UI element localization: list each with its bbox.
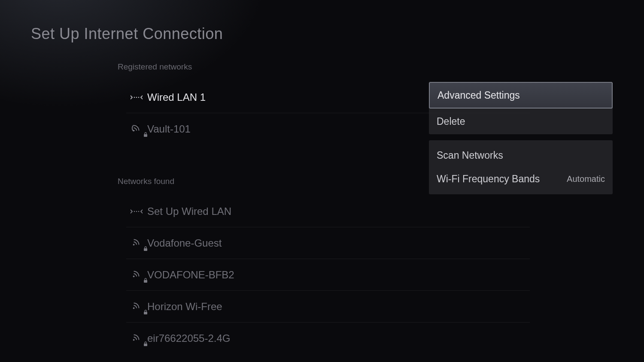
context-menu: Advanced Settings Delete Scan Networks W… (429, 82, 613, 200)
network-label: Vodafone-Guest (147, 237, 222, 249)
wired-icon (126, 208, 147, 215)
lock-icon (143, 246, 148, 251)
menu-item-label: Delete (437, 116, 465, 127)
network-item-vodafone-guest[interactable]: Vodafone-Guest (126, 227, 530, 259)
wired-icon (126, 94, 147, 101)
svg-point-14 (133, 339, 135, 341)
svg-point-12 (133, 307, 135, 309)
menu-item-delete[interactable]: Delete (429, 109, 613, 134)
svg-point-2 (138, 97, 140, 98)
svg-point-8 (133, 244, 135, 245)
lock-icon (143, 278, 148, 283)
network-item-eir76622055[interactable]: eir76622055-2.4G (126, 323, 530, 354)
svg-point-1 (136, 97, 137, 98)
menu-item-scan-networks[interactable]: Scan Networks (429, 144, 613, 167)
svg-rect-9 (144, 248, 147, 251)
svg-rect-15 (144, 344, 147, 346)
context-menu-group-2: Scan Networks Wi-Fi Frequency Bands Auto… (429, 140, 613, 194)
network-label: Vault-101 (147, 123, 191, 135)
page-title: Set Up Internet Connection (31, 25, 223, 43)
network-label: Horizon Wi-Free (147, 301, 222, 313)
menu-item-label: Advanced Settings (437, 90, 520, 101)
network-label: Set Up Wired LAN (147, 205, 231, 217)
registered-networks-label: Registered networks (118, 62, 192, 72)
network-item-vodafone-bfb2[interactable]: VODAFONE-BFB2 (126, 259, 530, 291)
svg-rect-11 (144, 280, 147, 283)
menu-item-wifi-frequency-bands[interactable]: Wi-Fi Frequency Bands Automatic (429, 167, 613, 191)
lock-icon (143, 310, 148, 315)
networks-found-label: Networks found (118, 177, 174, 186)
svg-point-10 (133, 275, 135, 277)
network-item-horizon-wifree[interactable]: Horizon Wi-Free (126, 291, 530, 323)
wifi-icon (126, 238, 147, 248)
menu-item-value: Automatic (567, 174, 605, 184)
wifi-icon (126, 302, 147, 311)
lock-icon (143, 132, 148, 137)
svg-point-3 (133, 130, 135, 132)
wifi-icon (126, 334, 147, 343)
context-menu-group-1: Advanced Settings Delete (429, 82, 613, 134)
svg-point-7 (138, 211, 140, 212)
svg-point-0 (134, 97, 135, 98)
networks-found-list: Set Up Wired LAN Vodafone-Guest (126, 196, 530, 354)
network-label: eir76622055-2.4G (147, 332, 230, 344)
menu-item-advanced-settings[interactable]: Advanced Settings (429, 82, 613, 109)
svg-point-5 (134, 211, 135, 212)
wifi-icon (126, 124, 147, 134)
svg-point-6 (136, 211, 137, 212)
network-label: VODAFONE-BFB2 (147, 269, 234, 281)
network-item-setup-wired-lan[interactable]: Set Up Wired LAN (126, 196, 530, 227)
svg-rect-13 (144, 312, 147, 314)
lock-icon (143, 341, 148, 347)
network-label: Wired LAN 1 (147, 91, 206, 103)
menu-item-label: Wi-Fi Frequency Bands (437, 173, 540, 185)
svg-rect-4 (144, 134, 147, 137)
wifi-icon (126, 270, 147, 280)
menu-item-label: Scan Networks (437, 150, 503, 161)
